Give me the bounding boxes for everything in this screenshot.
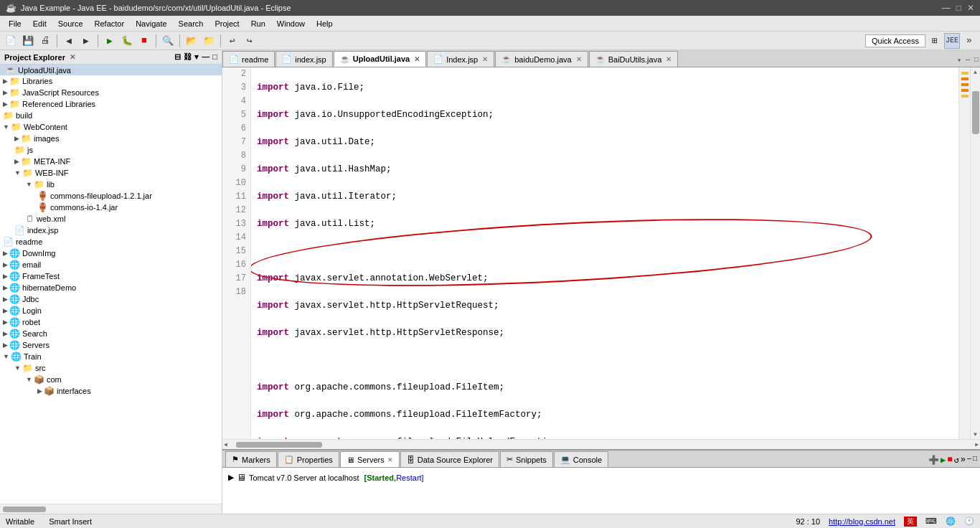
tree-item-js-resources[interactable]: ▶ 📁 JavaScript Resources — [0, 87, 222, 98]
tree-item-libraries[interactable]: ▶ 📁 Libraries — [0, 75, 222, 87]
minimize-sidebar-icon[interactable]: — — [202, 52, 209, 62]
tab-close-icon[interactable]: ✕ — [482, 55, 488, 63]
tree-item-webcontent[interactable]: ▼ 📁 WebContent — [0, 121, 222, 133]
tree-item-jdbc[interactable]: ▶ 🌐 Jdbc — [0, 293, 222, 305]
link-editor-icon[interactable]: ⛓ — [184, 52, 192, 62]
undo-button[interactable]: ↩ — [225, 33, 240, 49]
tree-item-lib[interactable]: ▼ 📁 lib — [0, 179, 222, 190]
stop-button[interactable]: ■ — [136, 33, 152, 49]
tab-close-icon[interactable]: ✕ — [576, 55, 582, 63]
tab-min-button[interactable]: — — [964, 55, 971, 65]
tab-indexjsp[interactable]: 📄 index.jsp — [275, 51, 332, 67]
menu-run[interactable]: Run — [245, 18, 271, 29]
run-button[interactable]: ▶ — [102, 33, 118, 49]
menu-file[interactable]: File — [3, 18, 27, 29]
tab-close-icon[interactable]: ✕ — [414, 55, 420, 63]
menu-edit[interactable]: Edit — [27, 18, 52, 29]
editor-hscrollbar[interactable]: ◀ ▶ — [222, 439, 980, 449]
tree-item-downimg[interactable]: ▶ 🌐 DownImg — [0, 248, 222, 259]
tree-item-email[interactable]: ▶ 🌐 email — [0, 259, 222, 270]
print-button[interactable]: 🖨 — [37, 33, 53, 49]
tab-servers[interactable]: 🖥 Servers ✕ — [340, 451, 400, 467]
tab-baiduutils[interactable]: ☕ BaiDuUtils.java ✕ — [589, 51, 679, 67]
start-server-icon[interactable]: ▶ — [941, 455, 946, 466]
tree-item-src[interactable]: ▼ 📁 src — [0, 362, 222, 374]
tab-readme[interactable]: 📄 readme — [222, 51, 275, 67]
tab-markers[interactable]: ⚑ Markers — [225, 451, 277, 467]
tree-item-hibernatedemo[interactable]: ▶ 🌐 hibernateDemo — [0, 282, 222, 293]
hscroll-thumb[interactable] — [236, 442, 322, 448]
collapse-all-icon[interactable]: ⊟ — [174, 52, 181, 62]
tab-indexjsp2[interactable]: 📄 Index.jsp ✕ — [427, 51, 494, 67]
maximize-sidebar-icon[interactable]: □ — [212, 52, 217, 62]
new-server-icon[interactable]: ➕ — [928, 455, 939, 466]
vscroll-track[interactable] — [971, 77, 980, 430]
open-resource-button[interactable]: 📁 — [201, 33, 217, 49]
tab-close-icon[interactable]: ✕ — [387, 456, 393, 463]
hscroll-track[interactable] — [229, 440, 974, 449]
perspective-java-ee[interactable]: JEE — [944, 33, 960, 49]
sidebar-close-icon[interactable]: ✕ — [70, 53, 75, 61]
tree-item-commons-fileupload[interactable]: 🏺 commons-fileupload-1.2.1.jar — [0, 190, 222, 202]
tab-data-source-explorer[interactable]: 🗄 Data Source Explorer — [400, 451, 499, 467]
sidebar-hscroll-thumb[interactable] — [3, 506, 46, 512]
stop-server-icon[interactable]: ■ — [947, 455, 952, 466]
debug-button[interactable]: 🐛 — [119, 33, 135, 49]
toolbar-more[interactable]: » — [961, 33, 977, 49]
tree-item-robet[interactable]: ▶ 🌐 robet — [0, 316, 222, 328]
server-row[interactable]: ▶ 🖥 Tomcat v7.0 Server at localhost [Sta… — [228, 471, 974, 484]
forward-button[interactable]: ▶ — [78, 33, 94, 49]
tree-item-com[interactable]: ▼ 📦 com — [0, 374, 222, 385]
code-content[interactable]: import java.io.File; import java.io.Unsu… — [251, 67, 958, 439]
redo-button[interactable]: ↪ — [242, 33, 258, 49]
maximize-button[interactable]: □ — [956, 3, 961, 13]
expand-arrow-icon[interactable]: ▶ — [228, 473, 234, 482]
menu-help[interactable]: Help — [311, 18, 339, 29]
new-button[interactable]: 📄 — [3, 33, 19, 49]
save-button[interactable]: 💾 — [20, 33, 36, 49]
tab-max-button[interactable]: □ — [973, 55, 980, 65]
scroll-right-button[interactable]: ▶ — [974, 441, 980, 448]
scroll-up-button[interactable]: ▲ — [971, 67, 980, 77]
tree-item-referenced-libraries[interactable]: ▶ 📁 Referenced Libraries — [0, 98, 222, 110]
tab-properties[interactable]: 📋 Properties — [278, 451, 339, 467]
menu-window[interactable]: Window — [271, 18, 311, 29]
more-icon[interactable]: » — [961, 455, 966, 466]
tree-item-uploadutil[interactable]: ☕ UploadUtil.java — [0, 65, 222, 75]
minimize-button[interactable]: — — [942, 3, 951, 13]
tab-console[interactable]: 💻 Console — [554, 451, 608, 467]
tree-item-indexjsp[interactable]: 📄 index.jsp — [0, 225, 222, 236]
tree-item-commons-io[interactable]: 🏺 commons-io-1.4.jar — [0, 202, 222, 213]
menu-navigate[interactable]: Navigate — [130, 18, 172, 29]
tree-item-frametest[interactable]: ▶ 🌐 FrameTest — [0, 270, 222, 282]
tab-snippets[interactable]: ✂ Snippets — [500, 451, 553, 467]
tree-item-metainf[interactable]: ▶ 📁 META-INF — [0, 156, 222, 167]
code-editor[interactable]: 2 3 4 5 6 7 8 9 10 11 12 13 14 15 16 17 — [222, 67, 980, 439]
vscroll-thumb[interactable] — [972, 91, 979, 134]
tree-item-servers[interactable]: ▶ 🌐 Servers — [0, 339, 222, 351]
bottom-min-icon[interactable]: — — [967, 455, 971, 466]
tab-close-icon[interactable]: ✕ — [666, 55, 672, 63]
sidebar-hscrollbar[interactable] — [0, 504, 222, 514]
quick-access-button[interactable]: Quick Access — [865, 34, 925, 47]
perspective-button[interactable]: ⊞ — [927, 33, 943, 49]
ime-indicator[interactable]: 英 — [904, 517, 917, 527]
back-button[interactable]: ◀ — [61, 33, 77, 49]
editor-vscrollbar[interactable]: ▲ ▼ — [970, 67, 980, 439]
tree-item-webinf[interactable]: ▼ 📁 WEB-INF — [0, 167, 222, 179]
tree-item-readme[interactable]: 📄 readme — [0, 236, 222, 248]
view-menu-icon[interactable]: ▾ — [194, 52, 199, 62]
tab-baidudemo[interactable]: ☕ baiduDemo.java ✕ — [495, 51, 588, 67]
menu-project[interactable]: Project — [209, 18, 245, 29]
restart-server-icon[interactable]: ↺ — [954, 455, 959, 466]
tree-item-train[interactable]: ▼ 🌐 Train — [0, 351, 222, 362]
search-toolbar-button[interactable]: 🔍 — [160, 33, 176, 49]
scroll-left-button[interactable]: ◀ — [222, 441, 229, 448]
menu-search[interactable]: Search — [173, 18, 209, 29]
close-button[interactable]: ✕ — [967, 3, 974, 13]
bottom-max-icon[interactable]: □ — [973, 455, 977, 466]
open-type-button[interactable]: 📂 — [184, 33, 199, 49]
tree-item-webxml[interactable]: 🗒 web.xml — [0, 213, 222, 225]
tree-item-interfaces[interactable]: ▶ 📦 interfaces — [0, 385, 222, 397]
tree-item-login[interactable]: ▶ 🌐 Login — [0, 305, 222, 316]
